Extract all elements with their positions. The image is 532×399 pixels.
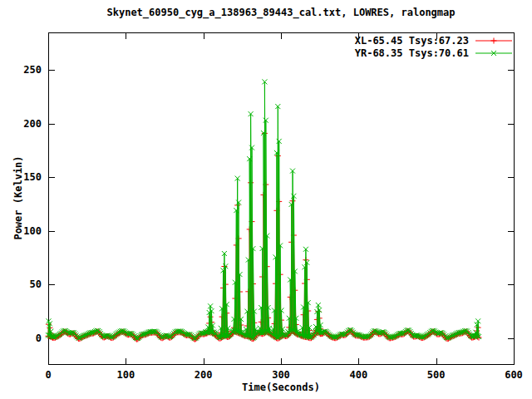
y-tick-label: 100 [23, 225, 42, 237]
y-tick-label: 0 [36, 332, 42, 344]
legend-entry-xl: XL-65.45 Tsys:67.23 [355, 34, 514, 47]
y-tick-label: 50 [30, 278, 42, 290]
y-tick-label: 250 [23, 64, 42, 76]
series-yr [46, 79, 481, 341]
x-tick-label: 100 [116, 369, 135, 381]
gnuplot-window: Skynet_60950_cyg_a_138963_89443_cal.txt,… [0, 0, 532, 399]
x-tick-label: 200 [195, 369, 213, 381]
x-tick-label: 0 [45, 369, 51, 381]
legend-label-yr: YR-68.35 Tsys:70.61 [355, 47, 469, 59]
legend-entry-yr: YR-68.35 Tsys:70.61 [355, 47, 514, 59]
x-tick-label: 300 [272, 369, 290, 381]
x-tick-label: 500 [427, 369, 446, 381]
x-tick-label: 400 [349, 369, 367, 381]
y-ticks [49, 71, 514, 339]
legend: XL-65.45 Tsys:67.23 YR-68.35 Tsys:70.61 [355, 34, 514, 59]
plot-canvas: 0100200300400500600050100150200250 [0, 0, 532, 399]
series-line [48, 81, 479, 338]
x-tick-label: 600 [505, 369, 523, 381]
y-tick-label: 150 [23, 171, 42, 183]
y-tick-label: 200 [23, 118, 42, 130]
legend-label-xl: XL-65.45 Tsys:67.23 [355, 35, 469, 47]
legend-sample-cross-marker-icon [474, 47, 514, 59]
legend-sample-plus-marker-icon [474, 35, 514, 47]
